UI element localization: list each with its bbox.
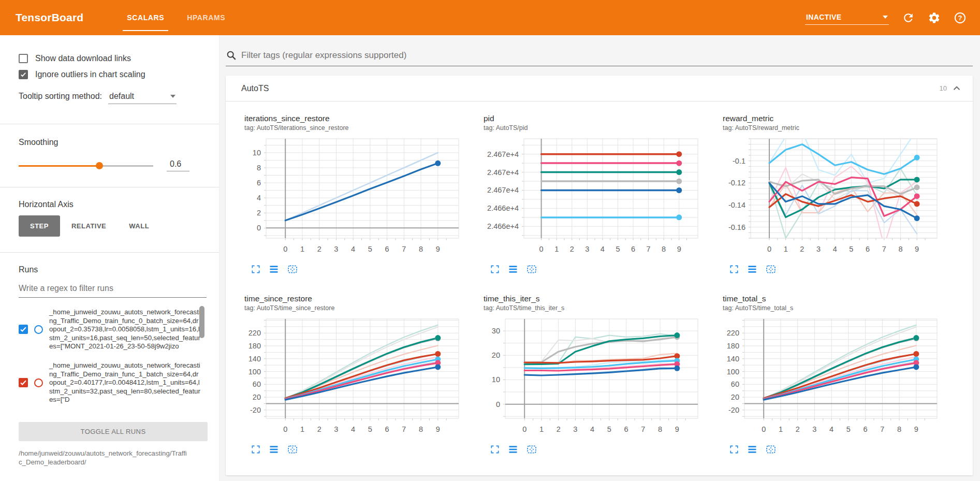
chart-plot-reward_metric[interactable]: -0.1-0.12-0.14-0.160123456789 — [713, 135, 941, 259]
chart-card-time_this_iter_s: time_this_iter_stag: AutoTS/time_this_it… — [474, 294, 708, 455]
fit-domain-icon[interactable] — [526, 264, 537, 274]
chart-plot-iterations_since_restore[interactable]: 02468100123456789 — [235, 135, 463, 259]
app-header: TensorBoard SCALARS HPARAMS INACTIVE ? — [0, 0, 980, 35]
svg-text:6: 6 — [385, 425, 389, 433]
chart-toolbar — [490, 264, 708, 274]
main-tabs: SCALARS HPARAMS — [115, 0, 237, 35]
svg-text:4: 4 — [590, 425, 594, 433]
settings-gear-icon[interactable] — [927, 11, 941, 24]
chart-plot-time_this_iter_s[interactable]: 01020300123456789 — [474, 315, 702, 439]
runs-selector-icon[interactable] — [269, 444, 279, 455]
smoothing-value[interactable]: 0.6 — [167, 159, 189, 171]
run-list-scrollbar[interactable] — [199, 306, 204, 338]
tab-hparams[interactable]: HPARAMS — [175, 0, 237, 35]
axis-step-button[interactable]: STEP — [19, 215, 60, 237]
tooltip-sorting-select[interactable]: default — [108, 92, 177, 104]
expand-chart-icon[interactable] — [251, 444, 261, 455]
runs-selector-icon[interactable] — [747, 264, 757, 274]
expand-chart-icon[interactable] — [729, 444, 739, 455]
fit-domain-icon[interactable] — [287, 444, 298, 455]
chart-toolbar — [251, 264, 469, 274]
runs-selector-icon[interactable] — [747, 444, 757, 455]
chevron-up-icon[interactable] — [951, 83, 962, 94]
slider-knob[interactable] — [96, 162, 103, 169]
svg-text:4: 4 — [351, 425, 355, 433]
svg-text:-0.16: -0.16 — [728, 223, 745, 231]
svg-text:30: 30 — [492, 327, 500, 335]
axis-relative-button[interactable]: RELATIVE — [60, 215, 118, 237]
smoothing-label: Smoothing — [19, 138, 207, 147]
tag-group-title: AutoTS — [241, 84, 269, 93]
runs-selector-icon[interactable] — [508, 444, 518, 455]
run-checkbox[interactable] — [19, 325, 28, 334]
chart-toolbar — [729, 264, 947, 274]
chart-card-pid: pidtag: AutoTS/pid2.467e+42.467e+42.467e… — [474, 114, 708, 274]
svg-text:2: 2 — [317, 245, 321, 253]
tag-group-header[interactable]: AutoTS 10 — [226, 76, 973, 101]
svg-text:3: 3 — [812, 425, 816, 433]
svg-text:2: 2 — [557, 425, 561, 433]
smoothing-slider[interactable] — [19, 162, 153, 169]
svg-text:5: 5 — [846, 425, 851, 433]
toggle-all-runs-button[interactable]: TOGGLE ALL RUNS — [19, 422, 208, 441]
svg-text:1: 1 — [300, 245, 304, 253]
svg-text:9: 9 — [914, 425, 918, 433]
svg-text:7: 7 — [402, 245, 406, 253]
svg-text:8: 8 — [257, 164, 261, 172]
runs-selector-icon[interactable] — [269, 264, 279, 274]
expand-chart-icon[interactable] — [490, 264, 500, 274]
svg-text:-0.12: -0.12 — [728, 179, 745, 187]
svg-text:0: 0 — [539, 245, 544, 253]
charts-grid: iterations_since_restoretag: AutoTS/iter… — [226, 101, 973, 475]
show-download-links-checkbox[interactable]: Show data download links — [19, 54, 207, 63]
fit-domain-icon[interactable] — [526, 444, 537, 455]
expand-chart-icon[interactable] — [490, 444, 500, 455]
svg-text:20: 20 — [731, 393, 739, 401]
chart-toolbar — [729, 444, 947, 455]
svg-text:100: 100 — [727, 368, 739, 376]
svg-text:0: 0 — [283, 425, 287, 433]
svg-text:4: 4 — [833, 245, 837, 253]
fit-domain-icon[interactable] — [765, 444, 777, 455]
svg-text:8: 8 — [898, 245, 902, 253]
svg-text:6: 6 — [866, 245, 870, 253]
help-icon[interactable]: ? — [953, 11, 967, 24]
svg-text:2.467e+4: 2.467e+4 — [487, 150, 519, 158]
svg-text:-20: -20 — [728, 406, 739, 414]
svg-text:5: 5 — [849, 245, 853, 253]
chart-plot-time_since_restore[interactable]: -2020601001401802200123456789 — [235, 315, 463, 439]
reload-status-select[interactable]: INACTIVE — [805, 11, 889, 25]
chart-plot-pid[interactable]: 2.467e+42.467e+42.467e+42.466e+42.466e+4… — [474, 135, 702, 259]
svg-text:7: 7 — [882, 245, 886, 253]
chart-plot-time_total_s[interactable]: -2020601001401802200123456789 — [713, 315, 941, 439]
refresh-icon[interactable] — [901, 11, 915, 24]
reload-status-value: INACTIVE — [806, 13, 842, 21]
chart-tag: tag: AutoTS/iterations_since_restore — [244, 124, 469, 132]
run-item[interactable]: _home_junweid_zouwu_autots_network_forec… — [19, 303, 207, 356]
fit-domain-icon[interactable] — [765, 264, 777, 274]
svg-text:60: 60 — [253, 380, 261, 388]
expand-chart-icon[interactable] — [729, 264, 739, 274]
svg-text:3: 3 — [585, 245, 589, 253]
svg-text:1: 1 — [300, 425, 304, 433]
chart-toolbar — [490, 444, 708, 455]
run-radio[interactable] — [34, 325, 43, 334]
svg-text:1: 1 — [554, 245, 559, 253]
ignore-outliers-checkbox[interactable]: Ignore outliers in chart scaling — [19, 70, 207, 79]
run-radio[interactable] — [34, 378, 43, 387]
run-item[interactable]: _home_junweid_zouwu_autots_network_forec… — [19, 356, 207, 410]
svg-text:-0.1: -0.1 — [733, 157, 745, 165]
svg-text:2: 2 — [800, 245, 804, 253]
run-name: _home_junweid_zouwu_autots_network_forec… — [49, 308, 201, 351]
run-checkbox[interactable] — [19, 378, 28, 387]
svg-text:4: 4 — [351, 245, 355, 253]
svg-text:2: 2 — [257, 209, 261, 217]
axis-wall-button[interactable]: WALL — [118, 215, 160, 237]
fit-domain-icon[interactable] — [287, 264, 298, 274]
runs-regex-input[interactable] — [19, 283, 207, 298]
tab-scalars[interactable]: SCALARS — [115, 0, 175, 35]
logdir-path: /home/junweid/zouwu/autots_network_forec… — [19, 449, 189, 467]
runs-selector-icon[interactable] — [508, 264, 518, 274]
tag-filter-input[interactable] — [241, 50, 973, 61]
expand-chart-icon[interactable] — [251, 264, 261, 274]
